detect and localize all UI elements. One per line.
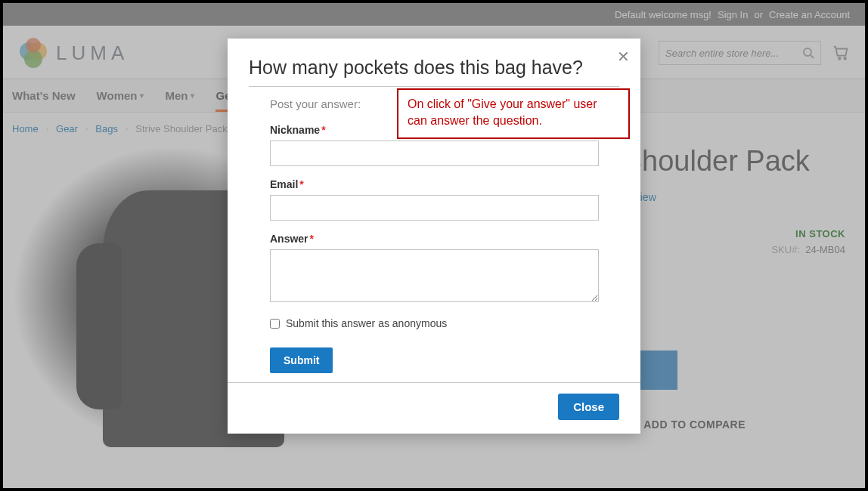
answer-label: Answer* <box>270 233 619 245</box>
close-button[interactable]: Close <box>558 394 619 420</box>
annotation-callout: On click of "Give your answer" user can … <box>397 88 630 139</box>
email-label: Email* <box>270 178 619 190</box>
anonymous-checkbox[interactable] <box>270 319 280 329</box>
close-icon[interactable]: ✕ <box>617 48 630 66</box>
answer-field[interactable] <box>270 249 599 302</box>
email-field[interactable] <box>270 195 599 221</box>
submit-button[interactable]: Submit <box>270 347 333 373</box>
modal-title: How many pockets does this bag have? <box>249 57 619 87</box>
anonymous-label: Submit this answer as anonymous <box>286 317 447 329</box>
nickname-field[interactable] <box>270 141 599 166</box>
